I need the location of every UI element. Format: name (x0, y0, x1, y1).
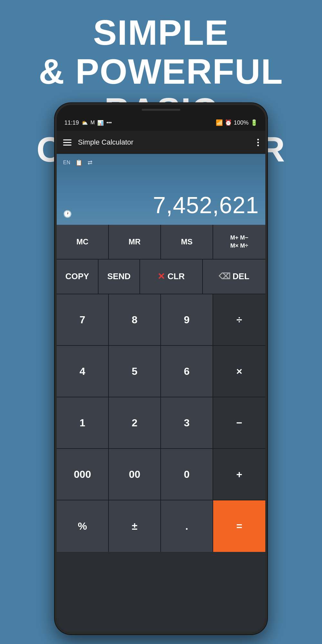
btn-percent[interactable]: % (57, 500, 109, 552)
ms-button[interactable]: MS (161, 225, 213, 259)
number-row-1: 7 8 9 ÷ (57, 294, 265, 346)
btn-multiply[interactable]: × (213, 346, 265, 397)
btn-4[interactable]: 4 (57, 346, 109, 397)
mops-button[interactable]: M+ M−M× M÷ (213, 225, 265, 259)
btn-3[interactable]: 3 (161, 397, 213, 448)
clr-button[interactable]: ✕ CLR (140, 260, 203, 294)
btn-divide[interactable]: ÷ (213, 294, 265, 345)
mr-button[interactable]: MR (109, 225, 161, 259)
app-bar-title: Simple Calculator (78, 138, 133, 147)
status-bar: 11:19 ⛅ M 📊 ••• 📶 ⏰ 100% 🔋 (57, 115, 265, 131)
number-row-5: % ± . = (57, 500, 265, 552)
display-top-row: EN 📋 ⇄ (63, 159, 259, 166)
clr-x-icon: ✕ (157, 271, 165, 282)
btn-equals[interactable]: = (213, 500, 265, 552)
del-label: DEL (232, 271, 249, 281)
number-row-3: 1 2 3 − (57, 397, 265, 449)
battery-text: 100% (234, 119, 249, 126)
display-area: EN 📋 ⇄ 🕐 7,452,621 (57, 154, 265, 225)
btn-6[interactable]: 6 (161, 346, 213, 397)
history-icon[interactable]: 🕐 (63, 210, 72, 218)
btn-decimal[interactable]: . (161, 500, 213, 552)
btn-000[interactable]: 000 (57, 449, 109, 500)
app-bar: Simple Calculator (57, 131, 265, 154)
btn-plusminus[interactable]: ± (109, 500, 161, 552)
clr-label: CLR (167, 271, 185, 281)
status-time: 11:19 (64, 119, 79, 126)
memory-row: MC MR MS M+ M−M× M÷ (57, 225, 265, 260)
btn-subtract[interactable]: − (213, 397, 265, 448)
dots-icon: ••• (106, 120, 112, 126)
header-line1: SIMPLE (93, 13, 229, 52)
status-right: 📶 ⏰ 100% 🔋 (216, 119, 258, 126)
app-bar-left: Simple Calculator (63, 138, 133, 147)
copy-button[interactable]: COPY (57, 260, 99, 294)
mc-button[interactable]: MC (57, 225, 109, 259)
btn-add[interactable]: + (213, 449, 265, 500)
language-indicator: EN (63, 160, 70, 166)
phone-speaker (142, 109, 180, 111)
more-options-button[interactable] (257, 139, 259, 146)
weather-icon: ⛅ (81, 120, 88, 126)
btn-9[interactable]: 9 (161, 294, 213, 345)
btn-2[interactable]: 2 (109, 397, 161, 448)
number-row-4: 000 00 0 + (57, 449, 265, 500)
alarm-icon: ⏰ (225, 119, 232, 126)
status-left: 11:19 ⛅ M 📊 ••• (64, 119, 112, 126)
backspace-icon: ⌫ (219, 271, 231, 281)
header-line2: & POWERFUL (39, 52, 283, 91)
calculator-grid: MC MR MS M+ M−M× M÷ COPY SEND ✕ CLR ⌫ DE… (57, 225, 265, 632)
btn-8[interactable]: 8 (109, 294, 161, 345)
display-value: 7,452,621 (153, 192, 259, 218)
transfer-icon: ⇄ (88, 159, 92, 166)
gmail-icon: M (90, 120, 95, 126)
send-button[interactable]: SEND (99, 260, 140, 294)
btn-5[interactable]: 5 (109, 346, 161, 397)
btn-0[interactable]: 0 (161, 449, 213, 500)
btn-7[interactable]: 7 (57, 294, 109, 345)
del-button[interactable]: ⌫ DEL (203, 260, 265, 294)
number-row-2: 4 5 6 × (57, 346, 265, 397)
chart-icon: 📊 (97, 120, 104, 126)
battery-icon: 🔋 (251, 119, 258, 126)
phone-frame: 11:19 ⛅ M 📊 ••• 📶 ⏰ 100% 🔋 Simple Calcul… (55, 103, 267, 634)
clipboard-icon: 📋 (75, 159, 82, 166)
btn-1[interactable]: 1 (57, 397, 109, 448)
hamburger-menu[interactable] (63, 139, 71, 146)
wifi-icon: 📶 (216, 119, 223, 126)
btn-00[interactable]: 00 (109, 449, 161, 500)
action-row: COPY SEND ✕ CLR ⌫ DEL (57, 260, 265, 294)
